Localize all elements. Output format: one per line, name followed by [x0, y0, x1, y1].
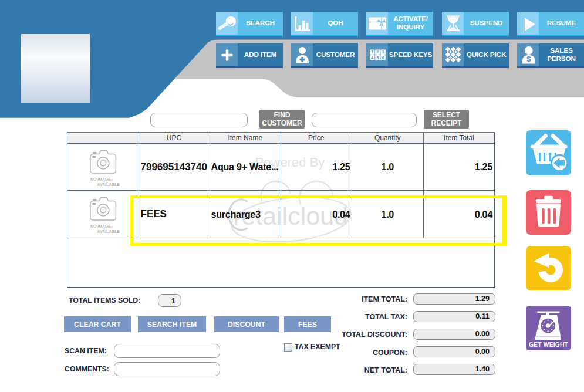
svg-text:GET WEIGHT: GET WEIGHT — [529, 342, 569, 348]
svg-text:1: 1 — [371, 49, 373, 55]
svg-text:AVAILABLE: AVAILABLE — [97, 183, 120, 187]
svg-text:NO IMAGE: NO IMAGE — [90, 224, 111, 228]
svg-text:3: 3 — [382, 49, 384, 55]
svg-text:NO IMAGE: NO IMAGE — [90, 177, 111, 181]
svg-text:2: 2 — [376, 49, 379, 55]
svg-text:AVAILABLE: AVAILABLE — [97, 229, 120, 234]
svg-text:6: 6 — [382, 55, 384, 60]
svg-text:$: $ — [526, 54, 531, 63]
svg-text:5: 5 — [376, 55, 379, 60]
